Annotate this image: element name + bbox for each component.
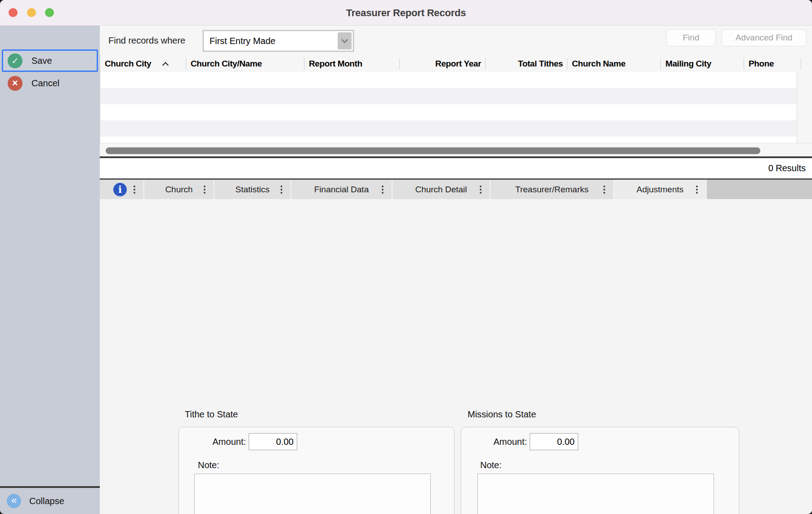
tab-grip-icon xyxy=(281,189,282,191)
tithe-to-state-title: Tithe to State xyxy=(185,409,238,420)
find-field-dropdown[interactable]: First Entry Made xyxy=(203,31,353,51)
tab-grip-icon xyxy=(480,189,482,191)
missions-amount-input[interactable] xyxy=(530,433,578,450)
tab-grip-icon xyxy=(603,189,605,191)
tab-grip-icon xyxy=(382,189,384,191)
missions-note-label: Note: xyxy=(480,460,502,470)
cancel-button[interactable]: × Cancel xyxy=(2,72,98,94)
column-header-church-name[interactable]: Church Name xyxy=(567,55,661,72)
save-check-icon: ✓ xyxy=(8,53,22,68)
find-button[interactable]: Find xyxy=(666,29,716,46)
tab-grip-icon xyxy=(204,189,205,191)
main-area: Find records where First Entry Made Find… xyxy=(100,26,812,514)
missions-to-state-title: Missions to State xyxy=(468,409,536,420)
dropdown-arrow-button[interactable] xyxy=(338,32,352,49)
tab-statistics[interactable]: Statistics xyxy=(214,180,291,199)
save-button-label: Save xyxy=(31,56,52,66)
tab-bar-filler xyxy=(707,180,812,199)
column-header-phone[interactable]: Phone xyxy=(744,55,801,72)
title-bar: Treasurer Report Records xyxy=(0,0,812,26)
sort-ascending-icon xyxy=(162,62,169,68)
column-header-report-month[interactable]: Report Month xyxy=(304,55,400,72)
sidebar: DO ✓ Save × Cancel « Collapse xyxy=(0,26,100,514)
tithe-note-label: Note: xyxy=(198,460,219,470)
column-header-mailing-city[interactable]: Mailing City xyxy=(661,55,744,72)
find-field-dropdown-value: First Entry Made xyxy=(204,36,338,46)
find-bar: Find records where First Entry Made Find… xyxy=(100,26,812,55)
tithe-amount-label: Amount: xyxy=(201,433,246,450)
tab-church[interactable]: Church xyxy=(144,180,214,199)
record-tab-bar: i Church Statistics Financial Data Churc… xyxy=(100,178,812,199)
column-header-report-year[interactable]: Report Year xyxy=(400,55,486,72)
tab-church-detail[interactable]: Church Detail xyxy=(393,180,491,199)
chevron-down-icon xyxy=(341,36,348,43)
tab-grip-icon xyxy=(696,189,698,191)
save-button[interactable]: ✓ Save xyxy=(2,49,98,72)
tab-grip-icon xyxy=(134,189,135,191)
tab-adjustments[interactable]: Adjustments xyxy=(614,180,707,199)
results-bar: 0 Results xyxy=(100,158,812,178)
app-window: Treasurer Report Records DO ✓ Save × Can… xyxy=(0,0,812,514)
find-records-label: Find records where xyxy=(108,26,185,55)
column-header-church-city-name[interactable]: Church City/Name xyxy=(186,55,304,72)
collapse-sidebar-button[interactable]: « Collapse xyxy=(0,488,100,514)
collapse-button-label: Collapse xyxy=(29,496,64,506)
tab-info[interactable]: i xyxy=(100,180,144,199)
results-count: 0 Results xyxy=(768,158,806,178)
collapse-chevrons-icon: « xyxy=(7,494,21,508)
column-header-filler xyxy=(801,55,812,72)
tab-financial-data[interactable]: Financial Data xyxy=(291,180,393,199)
column-header-church-city[interactable]: Church City xyxy=(100,55,186,72)
cancel-x-icon: × xyxy=(8,76,22,91)
info-icon: i xyxy=(113,183,127,196)
window-title: Treasurer Report Records xyxy=(0,0,812,26)
table-body-empty xyxy=(100,72,812,143)
advanced-find-button[interactable]: Advanced Find xyxy=(722,29,806,46)
tithe-amount-input[interactable] xyxy=(249,433,297,450)
tab-treasurer-remarks[interactable]: Treasurer/Remarks xyxy=(491,180,614,199)
table-header-row: Church City Church City/Name Report Mont… xyxy=(100,55,812,72)
adjustments-panel: Tithe to State Amount: Note: Missions to… xyxy=(100,199,812,514)
missions-amount-label: Amount: xyxy=(482,433,527,450)
horizontal-scrollbar-track[interactable] xyxy=(100,143,812,156)
tithe-note-textarea[interactable] xyxy=(194,474,431,514)
cancel-button-label: Cancel xyxy=(31,78,59,89)
horizontal-scrollbar-thumb[interactable] xyxy=(106,147,760,154)
missions-note-textarea[interactable] xyxy=(477,474,714,514)
column-header-total-tithes[interactable]: Total Tithes xyxy=(486,55,567,72)
